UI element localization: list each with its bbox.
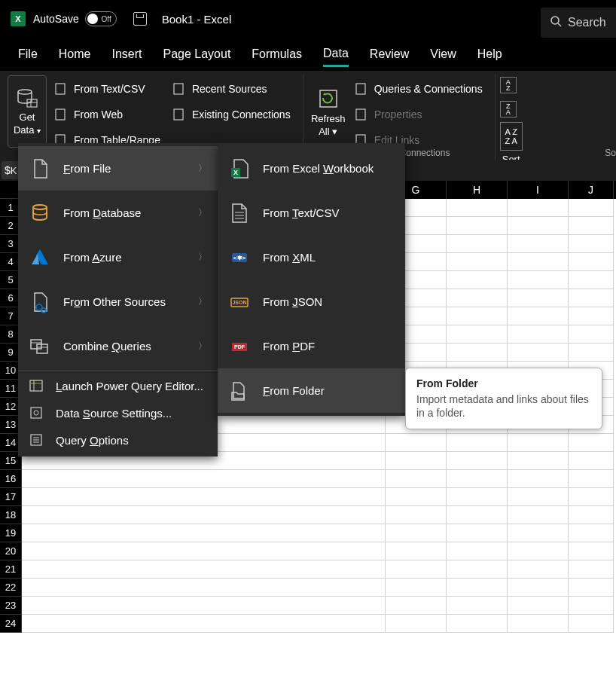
svg-text:JSON: JSON	[232, 300, 246, 305]
combine-icon	[29, 335, 51, 358]
menu-item-csv[interactable]: From Text/CSV	[218, 191, 405, 235]
svg-point-27	[34, 411, 38, 415]
tab-review[interactable]: Review	[370, 43, 409, 66]
tab-view[interactable]: View	[430, 43, 456, 66]
menu-item-xml[interactable]: <✱>From XML	[218, 235, 405, 279]
get-data-menu: From File〉From Database〉From Azure〉From …	[18, 143, 218, 456]
tab-page-layout[interactable]: Page Layout	[163, 43, 230, 66]
ribbon-item[interactable]: Existing Connections	[172, 102, 291, 127]
autosave-toggle[interactable]: AutoSave Off	[33, 11, 117, 26]
menu-item-other[interactable]: From Other Sources〉	[18, 279, 218, 324]
ribbon-item[interactable]: From Web	[54, 102, 160, 127]
sort-right-label: So	[605, 148, 616, 158]
chevron-right-icon: 〉	[198, 295, 207, 308]
menu-label: Combine Queries	[63, 340, 151, 353]
doc-icon	[355, 82, 368, 96]
row-header[interactable]: 21	[0, 560, 22, 579]
source-list: From Text/CSVFrom WebFrom Table/Range	[50, 75, 165, 154]
menu-item-database[interactable]: From Database〉	[18, 191, 218, 235]
refresh-all-button[interactable]: Refresh All ▾	[306, 75, 350, 148]
sort-desc-button[interactable]: ZA	[500, 101, 517, 118]
ribbon-item[interactable]: Recent Sources	[172, 77, 291, 101]
menu-item-pq[interactable]: Launch Power Query Editor...	[18, 372, 218, 399]
row-header[interactable]: 19	[0, 524, 22, 542]
tab-formulas[interactable]: Formulas	[252, 43, 302, 66]
col-header[interactable]: H	[447, 181, 508, 199]
get-data-button[interactable]: Get Data ▾	[8, 75, 47, 148]
ds-icon	[29, 405, 44, 420]
file-icon	[29, 157, 51, 180]
menu-label: From Database	[63, 206, 141, 219]
menu-label: From PDF	[263, 340, 315, 353]
svg-rect-9	[174, 84, 183, 94]
menu-label: From File	[63, 162, 111, 175]
other-icon	[29, 291, 51, 313]
xml-icon: <✱>	[228, 246, 251, 269]
menu-item-file[interactable]: From File〉	[18, 146, 218, 191]
row-header[interactable]: 22	[0, 579, 22, 597]
svg-rect-7	[56, 109, 65, 120]
refresh-line2: All	[319, 126, 329, 137]
folder-icon	[228, 380, 251, 402]
menu-item-json[interactable]: JSONFrom JSON	[218, 279, 405, 324]
col-header[interactable]: J	[569, 181, 614, 199]
row-header[interactable]: 16	[0, 470, 22, 488]
toggle-switch[interactable]: Off	[85, 11, 117, 26]
svg-line-1	[558, 23, 561, 26]
menu-label: From Azure	[63, 251, 122, 264]
menu-item-qo[interactable]: Query Options	[18, 426, 218, 453]
tab-home[interactable]: Home	[59, 43, 91, 66]
tab-data[interactable]: Data	[323, 42, 349, 67]
csv-icon	[228, 202, 251, 224]
sort-button[interactable]: A ZZ A	[500, 122, 523, 151]
tab-help[interactable]: Help	[477, 43, 502, 66]
svg-rect-23	[30, 380, 42, 391]
row-header[interactable]: 17	[0, 488, 22, 506]
chevron-right-icon: 〉	[198, 251, 207, 264]
save-icon[interactable]	[133, 12, 147, 26]
menu-item-pdf[interactable]: PDFFrom PDF	[218, 324, 405, 368]
toggle-knob	[87, 14, 98, 24]
excel-app-icon: X	[11, 11, 26, 26]
menu-label: From JSON	[263, 295, 322, 308]
search-bar[interactable]: Search	[541, 8, 616, 38]
menu-label: Launch Power Query Editor...	[56, 380, 203, 392]
menu-item-combine[interactable]: Combine Queries〉	[18, 324, 218, 368]
menu-label: Query Options	[56, 434, 129, 447]
svg-text:X: X	[233, 169, 238, 176]
tab-file[interactable]: File	[18, 43, 38, 66]
tab-insert[interactable]: Insert	[111, 43, 142, 66]
row-header[interactable]: 23	[0, 597, 22, 615]
ribbon-item[interactable]: Queries & Connections	[355, 77, 483, 101]
menu-item-excel[interactable]: XFrom Excel Workbook	[218, 146, 405, 191]
svg-text:<✱>: <✱>	[233, 255, 246, 261]
ribbon-item[interactable]: From Text/CSV	[54, 77, 160, 101]
menu-label: From Other Sources	[63, 295, 166, 308]
chevron-right-icon: 〉	[198, 340, 207, 353]
refresh-icon	[316, 86, 341, 111]
chevron-right-icon: 〉	[198, 206, 207, 219]
toggle-state: Off	[102, 15, 111, 23]
menu-item-folder[interactable]: From Folder	[218, 368, 405, 413]
search-placeholder: Search	[568, 16, 606, 29]
col-header[interactable]: I	[508, 181, 569, 199]
refresh-line1: Refresh	[311, 113, 346, 124]
row-header[interactable]: 18	[0, 506, 22, 524]
svg-point-18	[41, 308, 46, 313]
svg-rect-14	[356, 109, 365, 120]
menu-item-azure[interactable]: From Azure〉	[18, 235, 218, 279]
svg-rect-13	[356, 84, 365, 94]
menu-label: From Text/CSV	[263, 206, 339, 219]
svg-rect-6	[56, 84, 65, 94]
doc-icon	[54, 108, 68, 121]
azure-icon	[29, 246, 51, 269]
sort-asc-button[interactable]: AZ	[500, 77, 517, 93]
row-header[interactable]: 24	[0, 615, 22, 633]
row-header[interactable]: 20	[0, 542, 22, 560]
from-file-submenu: XFrom Excel WorkbookFrom Text/CSV<✱>From…	[218, 143, 405, 416]
menu-label: From Folder	[263, 384, 325, 397]
menu-item-ds[interactable]: Data Source Settings...	[18, 399, 218, 426]
database-icon	[16, 87, 38, 110]
pq-icon	[29, 378, 44, 393]
svg-rect-10	[174, 109, 183, 120]
